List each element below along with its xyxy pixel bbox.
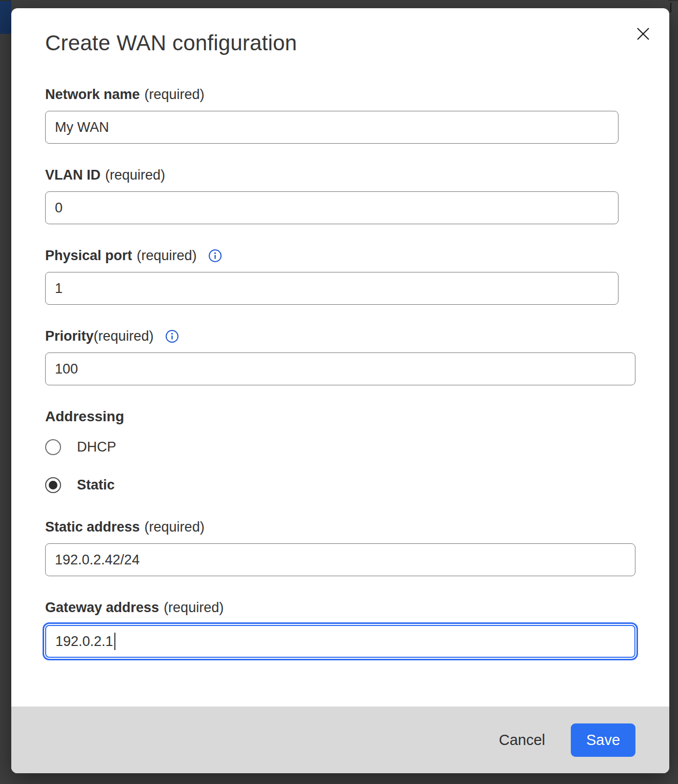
dialog-footer: Cancel Save (11, 707, 669, 773)
priority-label: Priority (required) (45, 328, 635, 344)
background-divider (668, 0, 678, 1)
background-divider (0, 0, 11, 1)
cancel-button[interactable]: Cancel (499, 732, 545, 749)
field-vlan-id: VLAN ID (required) (45, 167, 635, 224)
static-address-input[interactable] (45, 543, 635, 576)
close-icon (635, 26, 651, 43)
gateway-address-label: Gateway address (required) (45, 599, 635, 616)
vlan-id-label: VLAN ID (required) (45, 167, 635, 183)
physical-port-input[interactable] (45, 272, 619, 305)
radio-unselected-icon (45, 439, 61, 455)
info-icon[interactable] (208, 249, 222, 263)
radio-option-dhcp[interactable]: DHCP (45, 438, 635, 456)
physical-port-label: Physical port (required) (45, 247, 635, 264)
vlan-id-input[interactable] (45, 191, 619, 224)
field-priority: Priority (required) (45, 328, 635, 385)
radio-selected-icon (45, 477, 61, 493)
network-name-input[interactable] (45, 111, 619, 144)
radio-option-static[interactable]: Static (45, 476, 635, 494)
save-button[interactable]: Save (571, 723, 635, 757)
background-button-fragment (0, 0, 11, 34)
radio-label-static: Static (77, 477, 115, 493)
field-physical-port: Physical port (required) (45, 247, 635, 305)
network-name-label: Network name (required) (45, 86, 635, 103)
text-cursor (114, 633, 115, 650)
info-icon[interactable] (165, 329, 179, 343)
background-page-fragment: l (669, 0, 678, 13)
dialog-title: Create WAN configuration (45, 31, 635, 55)
create-wan-configuration-dialog: Create WAN configuration Network name (r… (11, 8, 669, 773)
static-address-label: Static address (required) (45, 519, 635, 535)
addressing-heading: Addressing (45, 408, 635, 425)
priority-input[interactable] (45, 352, 635, 385)
field-network-name: Network name (required) (45, 86, 635, 144)
close-button[interactable] (634, 26, 652, 43)
field-gateway-address: Gateway address (required) 192.0.2.1 (45, 599, 635, 658)
field-static-address: Static address (required) (45, 519, 635, 576)
gateway-address-input[interactable]: 192.0.2.1 (45, 625, 635, 658)
radio-label-dhcp: DHCP (77, 439, 116, 455)
